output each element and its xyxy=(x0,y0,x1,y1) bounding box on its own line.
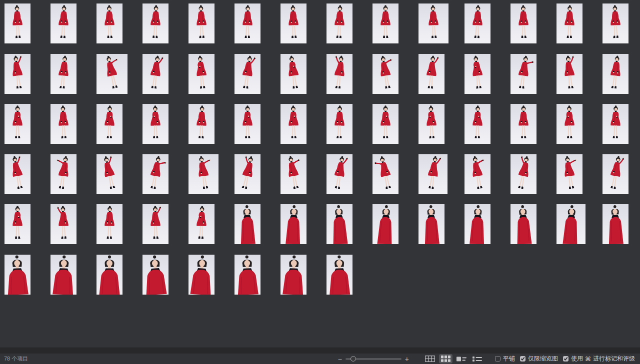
photo-thumbnail[interactable] xyxy=(188,104,214,144)
photo-thumbnail[interactable] xyxy=(188,154,218,194)
photo-thumbnail[interactable] xyxy=(326,104,352,144)
photo-thumbnail[interactable] xyxy=(372,3,398,43)
photo-thumbnail[interactable] xyxy=(234,104,260,144)
photo-thumbnail[interactable] xyxy=(464,154,490,194)
thumbnail-cell xyxy=(96,104,142,154)
photo-thumbnail[interactable] xyxy=(418,104,444,144)
photo-thumbnail[interactable] xyxy=(280,54,306,94)
photo-thumbnail[interactable] xyxy=(510,104,536,144)
photo-thumbnail[interactable] xyxy=(50,3,76,43)
photo-thumbnail[interactable] xyxy=(142,54,168,94)
photo-thumbnail[interactable] xyxy=(50,54,76,94)
photo-thumbnail[interactable] xyxy=(280,255,306,295)
photo-thumbnail[interactable] xyxy=(326,255,352,295)
thumbnail-size-slider[interactable] xyxy=(346,356,402,363)
photo-thumbnail[interactable] xyxy=(96,104,122,144)
photo-thumbnail[interactable] xyxy=(556,204,586,244)
option-use-cmd-rating[interactable]: 使用 ⌘ 进行标记和评级 xyxy=(563,355,635,363)
photo-thumbnail[interactable] xyxy=(602,204,628,244)
slider-knob[interactable] xyxy=(350,356,356,362)
option-tile[interactable]: 平铺 xyxy=(495,355,515,363)
photo-thumbnail[interactable] xyxy=(142,255,168,295)
photo-thumbnail[interactable] xyxy=(510,3,536,43)
photo-thumbnail[interactable] xyxy=(188,54,214,94)
photo-thumbnail[interactable] xyxy=(326,154,352,194)
photo-thumbnail[interactable] xyxy=(556,3,582,43)
grid-view-button[interactable] xyxy=(439,354,452,364)
photo-thumbnail[interactable] xyxy=(50,255,76,295)
photo-thumbnail[interactable] xyxy=(464,204,490,244)
photo-thumbnail[interactable] xyxy=(372,154,398,194)
photo-thumbnail[interactable] xyxy=(326,3,352,43)
zoom-in-button[interactable]: + xyxy=(403,356,411,363)
tile-checkbox[interactable] xyxy=(495,356,500,362)
photo-thumbnail[interactable] xyxy=(464,104,490,144)
photo-thumbnail[interactable] xyxy=(234,54,260,94)
horizontal-scrollbar-track[interactable] xyxy=(0,348,640,354)
thumbnail-cell xyxy=(142,54,188,104)
photo-thumbnail[interactable] xyxy=(50,104,76,144)
thumbnail-cell xyxy=(142,154,188,205)
photo-thumbnail[interactable] xyxy=(556,104,582,144)
photo-thumbnail[interactable] xyxy=(234,3,260,43)
photo-thumbnail[interactable] xyxy=(280,154,306,194)
photo-thumbnail[interactable] xyxy=(280,104,306,144)
photo-thumbnail[interactable] xyxy=(280,204,306,244)
zoom-out-button[interactable]: − xyxy=(336,356,344,363)
photo-thumbnail[interactable] xyxy=(142,3,168,43)
photo-thumbnail[interactable] xyxy=(4,154,30,194)
photo-thumbnail[interactable] xyxy=(142,154,168,194)
photo-thumbnail[interactable] xyxy=(602,154,628,194)
photo-thumbnail[interactable] xyxy=(4,204,30,244)
use-cmd-rating-checkbox[interactable] xyxy=(563,356,568,362)
photo-thumbnail[interactable] xyxy=(418,54,444,94)
photo-thumbnail[interactable] xyxy=(372,54,398,94)
photo-thumbnail[interactable] xyxy=(464,3,490,43)
photo-thumbnail[interactable] xyxy=(142,204,168,244)
photo-thumbnail[interactable] xyxy=(326,54,352,94)
item-count-label: 78 个项目 xyxy=(4,355,28,363)
photo-thumbnail[interactable] xyxy=(234,154,260,194)
photo-thumbnail[interactable] xyxy=(556,154,582,194)
photo-thumbnail[interactable] xyxy=(464,54,490,94)
photo-thumbnail[interactable] xyxy=(96,255,122,295)
photo-thumbnail[interactable] xyxy=(188,3,214,43)
photo-thumbnail[interactable] xyxy=(142,104,168,144)
photo-thumbnail[interactable] xyxy=(4,3,30,43)
thumbnail-cell xyxy=(280,104,326,154)
table-view-button[interactable] xyxy=(423,354,437,364)
thumbnails-only-checkbox[interactable] xyxy=(520,356,526,362)
content-view-button[interactable] xyxy=(454,355,468,364)
content-area xyxy=(0,0,640,348)
photo-thumbnail[interactable] xyxy=(602,3,628,43)
photo-thumbnail[interactable] xyxy=(372,204,398,244)
photo-thumbnail[interactable] xyxy=(602,104,628,144)
photo-thumbnail[interactable] xyxy=(96,154,122,194)
photo-thumbnail[interactable] xyxy=(234,204,260,244)
photo-thumbnail[interactable] xyxy=(50,154,76,194)
photo-thumbnail[interactable] xyxy=(418,204,444,244)
photo-thumbnail[interactable] xyxy=(418,3,448,43)
photo-thumbnail[interactable] xyxy=(418,154,448,194)
photo-thumbnail[interactable] xyxy=(4,255,30,295)
photo-thumbnail[interactable] xyxy=(510,54,536,94)
photo-thumbnail[interactable] xyxy=(602,54,628,94)
photo-thumbnail[interactable] xyxy=(50,204,76,244)
photo-thumbnail[interactable] xyxy=(4,104,30,144)
photo-thumbnail[interactable] xyxy=(510,204,536,244)
photo-thumbnail[interactable] xyxy=(96,54,128,94)
photo-thumbnail[interactable] xyxy=(234,255,260,295)
option-use-label: 使用 xyxy=(571,355,583,363)
photo-thumbnail[interactable] xyxy=(326,204,352,244)
photo-thumbnail[interactable] xyxy=(556,54,582,94)
photo-thumbnail[interactable] xyxy=(188,255,214,295)
photo-thumbnail[interactable] xyxy=(280,3,306,43)
option-thumbnails-only[interactable]: 仅限缩览图 xyxy=(520,355,558,363)
photo-thumbnail[interactable] xyxy=(96,204,122,244)
photo-thumbnail[interactable] xyxy=(188,204,214,244)
photo-thumbnail[interactable] xyxy=(96,3,122,43)
photo-thumbnail[interactable] xyxy=(4,54,30,94)
photo-thumbnail[interactable] xyxy=(510,154,536,194)
photo-thumbnail[interactable] xyxy=(372,104,398,144)
list-view-button[interactable] xyxy=(470,355,484,364)
